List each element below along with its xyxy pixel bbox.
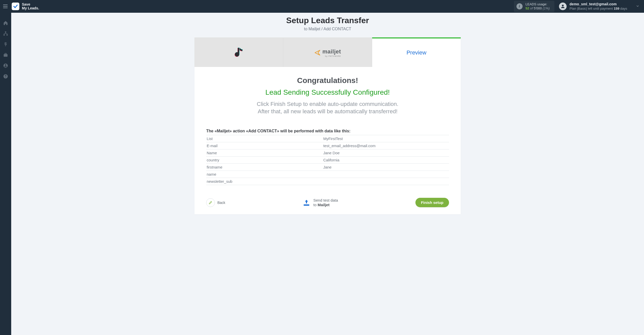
back-icon-circle bbox=[206, 198, 215, 207]
svg-rect-10 bbox=[304, 204, 309, 206]
table-row: firstnameJane bbox=[206, 164, 449, 171]
leads-total: 5'000 bbox=[534, 6, 542, 10]
sidebar-briefcase[interactable] bbox=[3, 52, 9, 58]
pencil-icon bbox=[208, 201, 213, 205]
mailjet-wordmark: mailjet bbox=[322, 48, 341, 55]
table-value: MyFirstTest bbox=[323, 135, 449, 142]
brand-line1: Save bbox=[22, 3, 39, 6]
help-icon bbox=[3, 74, 8, 79]
send-test-button[interactable]: Send test data to Mailjet bbox=[303, 198, 338, 207]
table-key: List bbox=[206, 135, 323, 142]
dollar-icon bbox=[3, 42, 8, 47]
upload-icon bbox=[303, 199, 310, 206]
leads-usage-text: LEADS usage: 52 of 5'000 (1%) bbox=[526, 2, 550, 11]
table-key: country bbox=[206, 157, 323, 164]
table-value: California bbox=[323, 157, 449, 164]
brand-logo[interactable] bbox=[12, 3, 19, 10]
wizard-footer: Back Send test data to Mailjet Finish se… bbox=[194, 188, 461, 214]
svg-point-9 bbox=[5, 77, 6, 78]
congrats-block: Congratulations! Lead Sending Successful… bbox=[206, 76, 449, 115]
table-key: name bbox=[206, 171, 323, 178]
page-header: Setup Leads Transfer to Mailjet / Add CO… bbox=[11, 15, 644, 31]
user-icon bbox=[560, 4, 565, 9]
step-preview[interactable]: Preview bbox=[372, 37, 461, 67]
user-info: demo_sml_test@gmail.com Plan |Basic| lef… bbox=[570, 2, 627, 11]
congrats-heading: Congratulations! bbox=[206, 76, 449, 85]
sidebar-billing[interactable] bbox=[3, 41, 9, 47]
svg-point-0 bbox=[562, 5, 564, 6]
table-key: E-mail bbox=[206, 142, 323, 149]
svg-rect-2 bbox=[4, 34, 5, 35]
table-row: E-mailtest_email_address@mail.com bbox=[206, 142, 449, 149]
page: Setup Leads Transfer to Mailjet / Add CO… bbox=[11, 13, 644, 225]
sidebar-home[interactable] bbox=[3, 20, 9, 26]
leads-usage[interactable]: i LEADS usage: 52 of 5'000 (1%) bbox=[514, 1, 554, 12]
mailjet-icon bbox=[314, 49, 321, 56]
table-value bbox=[323, 171, 449, 178]
table-row: name bbox=[206, 171, 449, 178]
wizard-steps: mailjet by PATHWIRE Preview bbox=[194, 37, 461, 67]
briefcase-icon bbox=[3, 52, 8, 58]
svg-point-7 bbox=[5, 64, 6, 66]
brand-name: Save My Leads. bbox=[22, 3, 39, 10]
check-icon bbox=[13, 4, 18, 9]
table-row: ListMyFirstTest bbox=[206, 135, 449, 142]
table-row: countryCalifornia bbox=[206, 157, 449, 164]
user-menu[interactable]: demo_sml_test@gmail.com Plan |Basic| lef… bbox=[559, 2, 639, 11]
back-label: Back bbox=[217, 201, 225, 205]
table-value: Jane Doe bbox=[323, 149, 449, 157]
finish-setup-button[interactable]: Finish setup bbox=[415, 198, 449, 207]
page-subtitle: to Mailjet / Add CONTACT bbox=[11, 27, 644, 31]
info-icon: i bbox=[516, 3, 523, 9]
preview-table: ListMyFirstTestE-mailtest_email_address@… bbox=[206, 135, 449, 185]
table-value: Jane bbox=[323, 164, 449, 171]
svg-rect-5 bbox=[5, 53, 7, 54]
table-row: NameJane Doe bbox=[206, 149, 449, 157]
menu-toggle[interactable] bbox=[3, 4, 9, 9]
step-preview-label: Preview bbox=[407, 49, 426, 56]
congrats-copy: Click Finish Setup to enable auto-update… bbox=[206, 101, 449, 115]
sidebar-account[interactable] bbox=[3, 63, 9, 69]
svg-rect-3 bbox=[6, 34, 8, 35]
wizard-card: mailjet by PATHWIRE Preview Congratulati… bbox=[194, 37, 461, 214]
table-key: newsletter_sub bbox=[206, 178, 323, 185]
brand-line2: My Leads. bbox=[22, 6, 39, 10]
user-email: demo_sml_test@gmail.com bbox=[570, 2, 627, 7]
leads-usage-label: LEADS usage: bbox=[526, 2, 550, 6]
sidebar bbox=[0, 13, 11, 225]
tiktok-icon bbox=[233, 46, 245, 59]
svg-rect-1 bbox=[5, 32, 6, 33]
home-icon bbox=[3, 20, 8, 25]
table-row: newsletter_sub bbox=[206, 178, 449, 185]
table-key: firstname bbox=[206, 164, 323, 171]
step-source[interactable] bbox=[194, 37, 283, 67]
congrats-success: Lead Sending Successfully Configured! bbox=[206, 88, 449, 96]
preview-table-block: The «Mailjet» action «Add CONTACT» will … bbox=[206, 129, 449, 185]
user-circle-icon bbox=[3, 63, 8, 68]
send-test-label: Send test data to Mailjet bbox=[313, 198, 338, 207]
user-plan: Plan |Basic| left until payment 159 days bbox=[570, 7, 627, 11]
back-button[interactable]: Back bbox=[206, 198, 225, 207]
sidebar-help[interactable] bbox=[3, 73, 9, 79]
page-title: Setup Leads Transfer bbox=[11, 16, 644, 25]
sitemap-icon bbox=[3, 31, 8, 36]
avatar bbox=[559, 3, 567, 10]
topbar: Save My Leads. i LEADS usage: 52 of 5'00… bbox=[0, 0, 644, 13]
step-destination[interactable]: mailjet by PATHWIRE bbox=[283, 37, 372, 67]
table-key: Name bbox=[206, 149, 323, 157]
chevron-down-icon bbox=[636, 4, 639, 9]
mailjet-byline: by PATHWIRE bbox=[322, 55, 341, 57]
leads-pct: (1%) bbox=[543, 6, 550, 10]
svg-rect-4 bbox=[4, 54, 8, 57]
sidebar-connections[interactable] bbox=[3, 31, 9, 37]
table-value bbox=[323, 178, 449, 185]
wizard-content: Congratulations! Lead Sending Successful… bbox=[194, 67, 461, 188]
preview-table-caption: The «Mailjet» action «Add CONTACT» will … bbox=[206, 129, 449, 133]
table-value: test_email_address@mail.com bbox=[323, 142, 449, 149]
leads-used: 52 bbox=[526, 6, 529, 10]
